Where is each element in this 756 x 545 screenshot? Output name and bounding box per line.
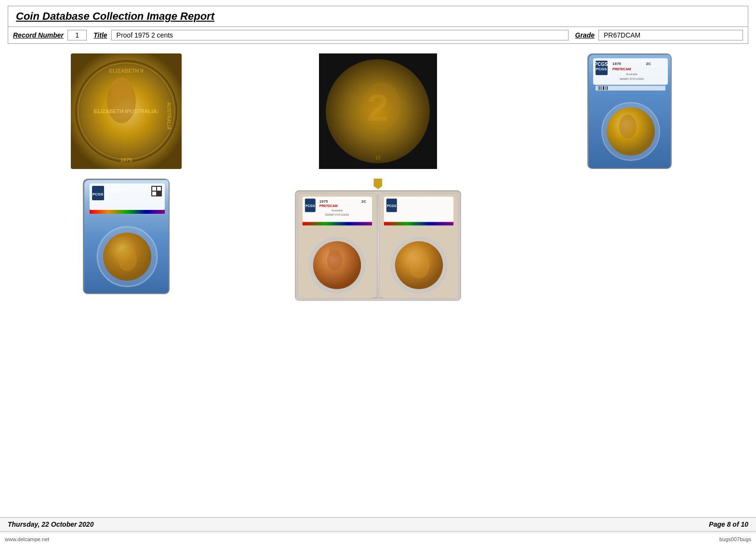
title-label: Title bbox=[93, 31, 107, 39]
svg-rect-54 bbox=[303, 222, 372, 225]
svg-text:PCGS: PCGS bbox=[387, 204, 397, 208]
svg-text:3929997 67/37123226: 3929997 67/37123226 bbox=[325, 214, 349, 216]
svg-text:1975: 1975 bbox=[319, 199, 328, 204]
svg-text:AUSTRALIA: AUSTRALIA bbox=[166, 102, 172, 130]
svg-text:ELIZABETH II: ELIZABETH II bbox=[109, 68, 144, 74]
footer-page-number: Page 8 of 10 bbox=[709, 520, 748, 528]
svg-rect-38 bbox=[157, 187, 161, 191]
svg-rect-23 bbox=[598, 86, 598, 90]
svg-point-4 bbox=[111, 78, 132, 102]
browser-url-right: bugs007bugs bbox=[719, 536, 751, 542]
svg-text:PR67DCAM: PR67DCAM bbox=[612, 67, 631, 71]
svg-text:PCGS: PCGS bbox=[93, 192, 104, 196]
grade-value: PR67DCAM bbox=[598, 30, 743, 40]
svg-text:1975: 1975 bbox=[612, 62, 621, 66]
svg-rect-39 bbox=[152, 192, 156, 195]
image-2-wrapper: 2 10 bbox=[319, 53, 437, 169]
svg-text:PR67DCAM: PR67DCAM bbox=[319, 204, 338, 208]
grade-label: Grade bbox=[575, 31, 595, 39]
pcgs-slab-image-1: PCGS 1975 2C PR67DCAM Australia 3929997 … bbox=[587, 53, 672, 169]
svg-rect-24 bbox=[599, 86, 600, 90]
svg-text:PCGS: PCGS bbox=[305, 204, 315, 208]
svg-rect-26 bbox=[603, 86, 604, 90]
svg-rect-28 bbox=[607, 86, 608, 90]
image-4-wrapper: PCGS bbox=[83, 179, 170, 294]
image-3-wrapper: PCGS 1975 2C PR67DCAM Australia 3929997 … bbox=[587, 53, 672, 169]
svg-rect-40 bbox=[90, 210, 165, 214]
svg-point-31 bbox=[619, 115, 637, 139]
browser-url-left: www.delcampe.net bbox=[5, 536, 49, 542]
svg-text:Australia: Australia bbox=[626, 73, 638, 76]
svg-point-11 bbox=[362, 82, 401, 130]
svg-point-1 bbox=[76, 61, 177, 162]
svg-rect-64 bbox=[384, 222, 453, 225]
svg-text:3929997 67/37123226: 3929997 67/37123226 bbox=[620, 78, 644, 80]
svg-text:PCGS: PCGS bbox=[596, 67, 607, 71]
svg-point-58 bbox=[329, 244, 341, 258]
pcgs-slab-image-2: PCGS bbox=[83, 179, 170, 294]
svg-rect-37 bbox=[152, 187, 156, 191]
svg-text:2C: 2C bbox=[361, 199, 366, 204]
svg-rect-22 bbox=[596, 86, 665, 91]
pcgs-double-slab-image: PCGS 1975 2C PR67DCAM Australia 3929997 … bbox=[295, 190, 461, 301]
record-number-label: Record Number bbox=[13, 31, 64, 39]
svg-text:10: 10 bbox=[375, 155, 381, 160]
svg-text:pcgs.com: pcgs.com bbox=[372, 297, 383, 299]
svg-point-43 bbox=[118, 247, 137, 271]
coin-reverse-image: 2 10 bbox=[319, 53, 437, 169]
svg-text:2C: 2C bbox=[646, 62, 651, 66]
svg-point-67 bbox=[409, 252, 430, 279]
title-value: Proof 1975 2 cents bbox=[111, 30, 569, 40]
record-bar: Record Number 1 Title Proof 1975 2 cents… bbox=[8, 27, 748, 44]
svg-text:Australia: Australia bbox=[332, 209, 343, 212]
browser-bar: www.delcampe.net bugs007bugs bbox=[0, 532, 756, 545]
page-header: Coin Database Collection Image Report bbox=[8, 6, 748, 27]
coin-obverse-image: ELIZABETH II AUSTRALIA 1975 bbox=[71, 53, 182, 169]
footer-date: Thursday, 22 October 2020 bbox=[8, 520, 93, 528]
page-footer: Thursday, 22 October 2020 Page 8 of 10 bbox=[0, 517, 756, 532]
image-5-wrapper: PCGS 1975 2C PR67DCAM Australia 3929997 … bbox=[295, 179, 461, 301]
page-title: Coin Database Collection Image Report bbox=[16, 10, 214, 22]
images-container: ELIZABETH II AUSTRALIA 1975 2 bbox=[8, 53, 748, 301]
image-1-wrapper: ELIZABETH II AUSTRALIA 1975 bbox=[71, 53, 182, 169]
record-number-value: 1 bbox=[67, 30, 87, 40]
svg-rect-27 bbox=[605, 86, 606, 90]
svg-text:1975: 1975 bbox=[120, 157, 132, 163]
svg-rect-25 bbox=[601, 86, 602, 90]
